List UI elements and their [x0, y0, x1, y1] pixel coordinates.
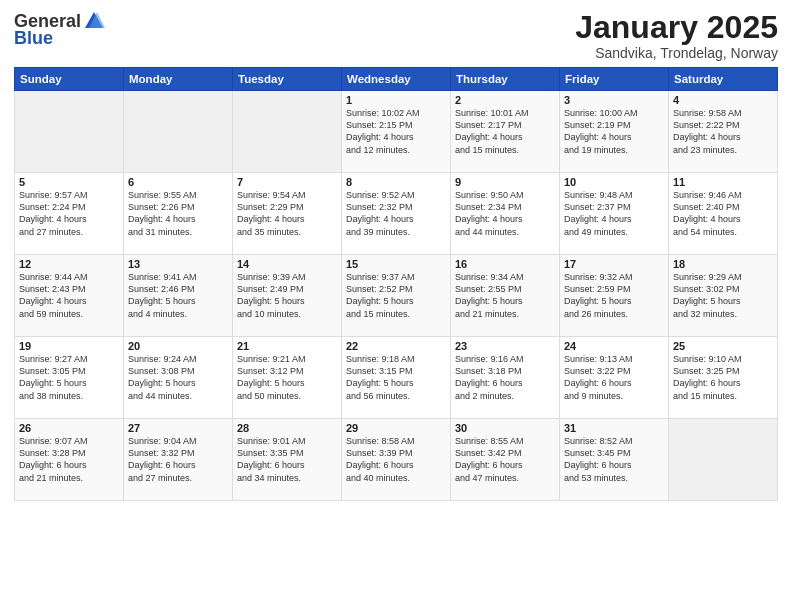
day-info: Sunrise: 9:48 AM Sunset: 2:37 PM Dayligh… [564, 189, 664, 238]
day-number: 23 [455, 340, 555, 352]
day-info: Sunrise: 9:46 AM Sunset: 2:40 PM Dayligh… [673, 189, 773, 238]
day-info: Sunrise: 9:07 AM Sunset: 3:28 PM Dayligh… [19, 435, 119, 484]
day-number: 2 [455, 94, 555, 106]
day-info: Sunrise: 9:58 AM Sunset: 2:22 PM Dayligh… [673, 107, 773, 156]
table-row: 1Sunrise: 10:02 AM Sunset: 2:15 PM Dayli… [342, 91, 451, 173]
table-row: 28Sunrise: 9:01 AM Sunset: 3:35 PM Dayli… [233, 419, 342, 501]
week-row-3: 19Sunrise: 9:27 AM Sunset: 3:05 PM Dayli… [15, 337, 778, 419]
table-row: 6Sunrise: 9:55 AM Sunset: 2:26 PM Daylig… [124, 173, 233, 255]
day-info: Sunrise: 9:24 AM Sunset: 3:08 PM Dayligh… [128, 353, 228, 402]
day-number: 13 [128, 258, 228, 270]
day-info: Sunrise: 9:01 AM Sunset: 3:35 PM Dayligh… [237, 435, 337, 484]
day-info: Sunrise: 9:29 AM Sunset: 3:02 PM Dayligh… [673, 271, 773, 320]
calendar-title: January 2025 [575, 10, 778, 45]
day-info: Sunrise: 9:32 AM Sunset: 2:59 PM Dayligh… [564, 271, 664, 320]
week-row-1: 5Sunrise: 9:57 AM Sunset: 2:24 PM Daylig… [15, 173, 778, 255]
page: General Blue January 2025 Sandvika, Tron… [0, 0, 792, 612]
day-number: 3 [564, 94, 664, 106]
table-row: 14Sunrise: 9:39 AM Sunset: 2:49 PM Dayli… [233, 255, 342, 337]
day-info: Sunrise: 9:50 AM Sunset: 2:34 PM Dayligh… [455, 189, 555, 238]
day-number: 26 [19, 422, 119, 434]
table-row: 20Sunrise: 9:24 AM Sunset: 3:08 PM Dayli… [124, 337, 233, 419]
day-info: Sunrise: 10:01 AM Sunset: 2:17 PM Daylig… [455, 107, 555, 156]
table-row: 15Sunrise: 9:37 AM Sunset: 2:52 PM Dayli… [342, 255, 451, 337]
th-thursday: Thursday [451, 68, 560, 91]
day-info: Sunrise: 9:18 AM Sunset: 3:15 PM Dayligh… [346, 353, 446, 402]
day-number: 20 [128, 340, 228, 352]
day-number: 6 [128, 176, 228, 188]
day-number: 4 [673, 94, 773, 106]
table-row: 18Sunrise: 9:29 AM Sunset: 3:02 PM Dayli… [669, 255, 778, 337]
day-number: 29 [346, 422, 446, 434]
table-row: 12Sunrise: 9:44 AM Sunset: 2:43 PM Dayli… [15, 255, 124, 337]
week-row-0: 1Sunrise: 10:02 AM Sunset: 2:15 PM Dayli… [15, 91, 778, 173]
th-saturday: Saturday [669, 68, 778, 91]
day-number: 11 [673, 176, 773, 188]
th-wednesday: Wednesday [342, 68, 451, 91]
table-row: 24Sunrise: 9:13 AM Sunset: 3:22 PM Dayli… [560, 337, 669, 419]
day-number: 1 [346, 94, 446, 106]
day-number: 16 [455, 258, 555, 270]
day-info: Sunrise: 9:54 AM Sunset: 2:29 PM Dayligh… [237, 189, 337, 238]
table-row: 16Sunrise: 9:34 AM Sunset: 2:55 PM Dayli… [451, 255, 560, 337]
table-row: 27Sunrise: 9:04 AM Sunset: 3:32 PM Dayli… [124, 419, 233, 501]
day-number: 27 [128, 422, 228, 434]
table-row: 10Sunrise: 9:48 AM Sunset: 2:37 PM Dayli… [560, 173, 669, 255]
day-info: Sunrise: 9:13 AM Sunset: 3:22 PM Dayligh… [564, 353, 664, 402]
logo-blue-text: Blue [14, 28, 53, 49]
logo: General Blue [14, 10, 105, 49]
table-row: 13Sunrise: 9:41 AM Sunset: 2:46 PM Dayli… [124, 255, 233, 337]
day-number: 22 [346, 340, 446, 352]
day-number: 19 [19, 340, 119, 352]
table-row: 8Sunrise: 9:52 AM Sunset: 2:32 PM Daylig… [342, 173, 451, 255]
day-number: 15 [346, 258, 446, 270]
day-info: Sunrise: 9:57 AM Sunset: 2:24 PM Dayligh… [19, 189, 119, 238]
th-sunday: Sunday [15, 68, 124, 91]
table-row: 30Sunrise: 8:55 AM Sunset: 3:42 PM Dayli… [451, 419, 560, 501]
day-number: 18 [673, 258, 773, 270]
table-row: 26Sunrise: 9:07 AM Sunset: 3:28 PM Dayli… [15, 419, 124, 501]
day-number: 5 [19, 176, 119, 188]
day-info: Sunrise: 9:16 AM Sunset: 3:18 PM Dayligh… [455, 353, 555, 402]
table-row: 19Sunrise: 9:27 AM Sunset: 3:05 PM Dayli… [15, 337, 124, 419]
day-info: Sunrise: 9:39 AM Sunset: 2:49 PM Dayligh… [237, 271, 337, 320]
day-info: Sunrise: 9:52 AM Sunset: 2:32 PM Dayligh… [346, 189, 446, 238]
table-row: 21Sunrise: 9:21 AM Sunset: 3:12 PM Dayli… [233, 337, 342, 419]
weekday-header-row: Sunday Monday Tuesday Wednesday Thursday… [15, 68, 778, 91]
header: General Blue January 2025 Sandvika, Tron… [14, 10, 778, 61]
day-number: 21 [237, 340, 337, 352]
th-monday: Monday [124, 68, 233, 91]
table-row: 22Sunrise: 9:18 AM Sunset: 3:15 PM Dayli… [342, 337, 451, 419]
table-row [669, 419, 778, 501]
day-number: 14 [237, 258, 337, 270]
day-info: Sunrise: 9:10 AM Sunset: 3:25 PM Dayligh… [673, 353, 773, 402]
day-info: Sunrise: 10:02 AM Sunset: 2:15 PM Daylig… [346, 107, 446, 156]
day-info: Sunrise: 9:34 AM Sunset: 2:55 PM Dayligh… [455, 271, 555, 320]
day-info: Sunrise: 9:44 AM Sunset: 2:43 PM Dayligh… [19, 271, 119, 320]
calendar-location: Sandvika, Trondelag, Norway [575, 45, 778, 61]
table-row: 29Sunrise: 8:58 AM Sunset: 3:39 PM Dayli… [342, 419, 451, 501]
table-row: 3Sunrise: 10:00 AM Sunset: 2:19 PM Dayli… [560, 91, 669, 173]
day-info: Sunrise: 9:27 AM Sunset: 3:05 PM Dayligh… [19, 353, 119, 402]
day-info: Sunrise: 9:04 AM Sunset: 3:32 PM Dayligh… [128, 435, 228, 484]
logo-icon [83, 10, 105, 32]
day-info: Sunrise: 8:52 AM Sunset: 3:45 PM Dayligh… [564, 435, 664, 484]
day-info: Sunrise: 9:41 AM Sunset: 2:46 PM Dayligh… [128, 271, 228, 320]
table-row [15, 91, 124, 173]
day-number: 28 [237, 422, 337, 434]
day-number: 31 [564, 422, 664, 434]
table-row: 31Sunrise: 8:52 AM Sunset: 3:45 PM Dayli… [560, 419, 669, 501]
week-row-2: 12Sunrise: 9:44 AM Sunset: 2:43 PM Dayli… [15, 255, 778, 337]
day-number: 9 [455, 176, 555, 188]
th-friday: Friday [560, 68, 669, 91]
day-info: Sunrise: 9:21 AM Sunset: 3:12 PM Dayligh… [237, 353, 337, 402]
th-tuesday: Tuesday [233, 68, 342, 91]
table-row: 5Sunrise: 9:57 AM Sunset: 2:24 PM Daylig… [15, 173, 124, 255]
table-row: 25Sunrise: 9:10 AM Sunset: 3:25 PM Dayli… [669, 337, 778, 419]
day-number: 7 [237, 176, 337, 188]
table-row: 7Sunrise: 9:54 AM Sunset: 2:29 PM Daylig… [233, 173, 342, 255]
title-block: January 2025 Sandvika, Trondelag, Norway [575, 10, 778, 61]
day-info: Sunrise: 9:55 AM Sunset: 2:26 PM Dayligh… [128, 189, 228, 238]
day-info: Sunrise: 8:58 AM Sunset: 3:39 PM Dayligh… [346, 435, 446, 484]
day-number: 17 [564, 258, 664, 270]
